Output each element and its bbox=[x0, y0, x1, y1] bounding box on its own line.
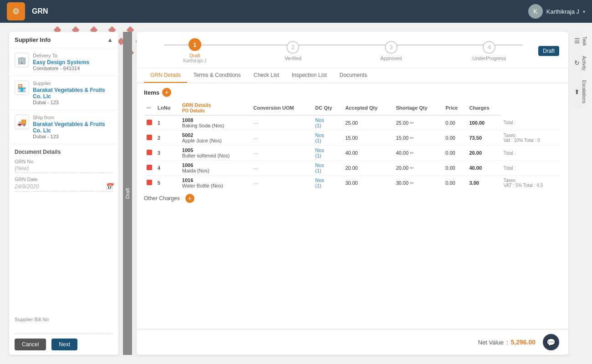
tab-inspection[interactable]: Inspection List bbox=[286, 68, 333, 83]
activity-panel-tab[interactable]: ↻ Activity bbox=[573, 51, 583, 75]
escalations-panel-tab[interactable]: ⬆ Escalations bbox=[573, 76, 583, 108]
chevron-down-icon: ▾ bbox=[583, 9, 585, 14]
delivery-company[interactable]: Easy Design Systems bbox=[33, 59, 113, 66]
sidebar: Supplier Info ▲ 🏢 Delivery To Easy Desig… bbox=[9, 32, 118, 355]
col-shortage-qty: Shortage Qty bbox=[393, 101, 443, 116]
row-price-4: 3.00 bbox=[467, 176, 501, 191]
row-shortage-qty-2: 0.00 bbox=[443, 146, 466, 161]
table-row: 4 1006 Maida (Nos) ··· Nos (1) 20.00 20.… bbox=[144, 161, 561, 176]
add-other-charges-button[interactable]: + bbox=[185, 194, 194, 203]
ship-from-address: Dubai - 123 bbox=[33, 134, 113, 139]
form-area: 1 Draft Karthiraja J 2 Verified 3 Approv… bbox=[137, 32, 568, 355]
supplier-section: 🏪 Supplier Barakat Vegetables & Fruits C… bbox=[9, 76, 118, 110]
sidebar-bottom: Supplier Bill No Cancel Next bbox=[9, 312, 118, 355]
row-shortage-qty-4: 0.00 bbox=[443, 176, 466, 191]
user-name: Karthikraja J bbox=[546, 8, 579, 15]
row-delete-1[interactable] bbox=[144, 131, 155, 146]
step-2-circle: 2 bbox=[286, 41, 299, 54]
ship-from-label: Ship from bbox=[33, 115, 113, 120]
step-4: 4 UnderProgress bbox=[440, 41, 539, 61]
tab-checklist[interactable]: Check List bbox=[247, 68, 286, 83]
status-badge: Draft bbox=[538, 46, 559, 56]
net-value-colon: : bbox=[506, 339, 508, 346]
supplier-address: Dubai - 123 bbox=[33, 100, 113, 105]
delivery-section: 🏢 Delivery To Easy Design Systems Coimba… bbox=[9, 48, 118, 76]
progress-bar: 1 Draft Karthiraja J 2 Verified 3 Approv… bbox=[137, 32, 568, 68]
row-delete-3[interactable] bbox=[144, 161, 155, 176]
row-accepted-qty-0[interactable]: 25.00 ✏ bbox=[393, 116, 443, 131]
row-uom-3: Nos (1) bbox=[312, 161, 342, 176]
row-dots-4[interactable]: ··· bbox=[250, 176, 312, 191]
step-2: 2 Verified bbox=[244, 41, 342, 61]
row-ln-4: 5 bbox=[155, 176, 179, 191]
row-shortage-qty-1: 0.00 bbox=[443, 131, 466, 146]
row-dots-2[interactable]: ··· bbox=[250, 146, 312, 161]
grn-no-value[interactable]: (New) bbox=[15, 165, 113, 173]
other-charges-label: Other Charges bbox=[144, 195, 180, 202]
row-delete-4[interactable] bbox=[144, 176, 155, 191]
grn-date-value[interactable]: 24/9/2020 📅 bbox=[15, 183, 113, 192]
step-4-circle: 4 bbox=[483, 41, 495, 54]
row-shortage-qty-3: 0.00 bbox=[443, 161, 466, 176]
row-accepted-qty-1[interactable]: 15.00 ✏ bbox=[393, 131, 443, 146]
activity-label: Activity bbox=[582, 56, 587, 71]
col-price: Price bbox=[443, 101, 466, 116]
row-charges-0: Total : bbox=[501, 116, 561, 131]
row-uom-4: Nos (1) bbox=[312, 176, 342, 191]
task-icon: ☰ bbox=[574, 37, 580, 45]
grn-no-label: GRN No bbox=[15, 159, 113, 164]
row-item-0: 1008 Baking Soda (Nos) bbox=[179, 116, 250, 131]
tab-documents[interactable]: Documents bbox=[333, 68, 373, 83]
ship-from-company[interactable]: Barakat Vegetables & Fruits Co. Llc bbox=[33, 121, 113, 134]
row-charges-3: Total : bbox=[501, 161, 561, 176]
grn-date-field: GRN Date 24/9/2020 📅 bbox=[15, 177, 113, 192]
right-panels: ☰ Task ↻ Activity ⬆ Escalations bbox=[573, 32, 583, 355]
row-dots-1[interactable]: ··· bbox=[250, 131, 312, 146]
row-dots-3[interactable]: ··· bbox=[250, 161, 312, 176]
step-3-label: Approved bbox=[380, 56, 402, 61]
chat-button[interactable]: 💬 bbox=[543, 334, 559, 350]
col-lnno: LnNo bbox=[155, 101, 179, 116]
row-ln-2: 3 bbox=[155, 146, 179, 161]
row-price-1: 73.50 bbox=[467, 131, 501, 146]
grn-table: ··· LnNo GRN Details PO Details Conversi… bbox=[144, 101, 561, 190]
page-title: GRN bbox=[32, 7, 528, 15]
cancel-button[interactable]: Cancel bbox=[15, 339, 46, 350]
row-delete-0[interactable] bbox=[144, 116, 155, 131]
next-button[interactable]: Next bbox=[51, 339, 77, 350]
table-row: 3 1005 Butter softened (Nos) ··· Nos (1)… bbox=[144, 146, 561, 161]
content-area: Supplier Info ▲ 🏢 Delivery To Easy Desig… bbox=[0, 23, 592, 364]
row-dots-0[interactable]: ··· bbox=[250, 116, 312, 131]
row-ln-3: 4 bbox=[155, 161, 179, 176]
row-uom-1: Nos (1) bbox=[312, 131, 342, 146]
table-row: 2 5002 Apple Juice (Nos) ··· Nos (1) 15.… bbox=[144, 131, 561, 146]
row-item-3: 1006 Maida (Nos) bbox=[179, 161, 250, 176]
row-item-2: 1005 Butter softened (Nos) bbox=[179, 146, 250, 161]
row-uom-0: Nos (1) bbox=[312, 116, 342, 131]
col-conversion-uom: Conversion UOM bbox=[250, 101, 312, 116]
document-details: Document Details GRN No (New) GRN Date 2… bbox=[9, 144, 118, 200]
row-charges-2: Total : bbox=[501, 146, 561, 161]
tab-grn-details[interactable]: GRN Details bbox=[144, 68, 187, 83]
supplier-info-header: Supplier Info ▲ bbox=[9, 32, 118, 48]
row-accepted-qty-4[interactable]: 30.00 ✏ bbox=[393, 176, 443, 191]
user-section[interactable]: K Karthikraja J ▾ bbox=[528, 4, 585, 19]
tab-terms[interactable]: Terms & Conditions bbox=[187, 68, 247, 83]
delivery-label: Delivery To bbox=[33, 53, 113, 58]
row-delete-2[interactable] bbox=[144, 146, 155, 161]
step-3: 3 Approved bbox=[342, 41, 440, 61]
escalations-icon: ⬆ bbox=[574, 88, 580, 96]
form-footer: Net Value : 5,296.00 💬 bbox=[137, 329, 568, 355]
avatar: K bbox=[528, 4, 543, 19]
add-item-button[interactable]: + bbox=[162, 88, 171, 97]
row-price-3: 40.00 bbox=[467, 161, 501, 176]
row-accepted-qty-2[interactable]: 40.00 ✏ bbox=[393, 146, 443, 161]
step-1-label: Draft bbox=[189, 53, 200, 58]
row-accepted-qty-3[interactable]: 20.00 ✏ bbox=[393, 161, 443, 176]
table-row: 1 1008 Baking Soda (Nos) ··· Nos (1) 25.… bbox=[144, 116, 561, 131]
task-panel-tab[interactable]: ☰ Task bbox=[573, 32, 583, 51]
net-value-amount: 5,296.00 bbox=[511, 339, 536, 346]
supplier-company[interactable]: Barakat Vegetables & Fruits Co. Llc bbox=[33, 87, 113, 100]
activity-icon: ↻ bbox=[574, 59, 580, 66]
step-3-circle: 3 bbox=[385, 41, 398, 54]
